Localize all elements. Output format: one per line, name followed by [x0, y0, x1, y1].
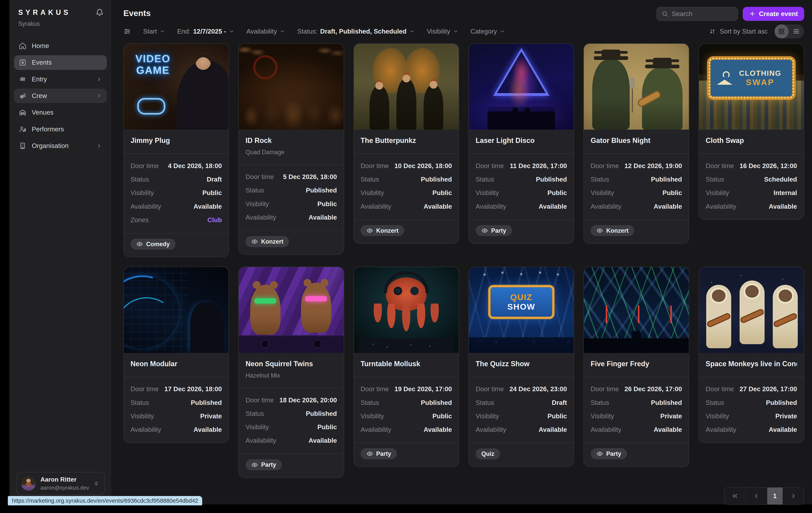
event-card[interactable]: ID Rock Quad Damage Door time5 Dec 2026,… [238, 43, 344, 255]
field-label: Status [591, 399, 609, 406]
event-details: Door time4 Dec 2026, 18:00StatusDraftVis… [124, 153, 229, 233]
event-title: ID Rock [245, 137, 337, 145]
category-tag[interactable]: Konzert [360, 225, 404, 236]
sidebar-item-label: Venues [32, 109, 102, 116]
sidebar-item-home[interactable]: Home [14, 39, 107, 53]
event-card[interactable]: Space Monkeys live in Conc... Door time2… [699, 267, 804, 443]
eye-icon [136, 241, 143, 248]
field-value: Public [663, 189, 682, 197]
event-details: Door time10 Dec 2026, 18:00StatusPublish… [354, 153, 459, 220]
event-tags: Party [239, 454, 344, 478]
event-card[interactable]: CLOTHINGSWAP Cloth Swap Door time16 Dec … [699, 43, 804, 220]
field-value: Available [194, 203, 222, 210]
event-field-row: Door time12 Dec 2026, 19:00 [591, 159, 682, 173]
field-value: 5 Dec 2026, 18:00 [283, 173, 337, 180]
event-card[interactable]: VIDEOGAME Jimmy Plug Door time4 Dec 2026… [123, 43, 229, 257]
field-label: Door time [476, 162, 504, 170]
sort-label: Sort by Start asc [720, 28, 768, 35]
event-card[interactable]: Laser Light Disco Door time11 Dec 2026, … [468, 43, 574, 244]
category-tag-label: Party [606, 450, 621, 457]
filter-status-label: Status: [297, 28, 318, 35]
filter-visibility[interactable]: Visibility [427, 28, 459, 35]
event-field-row: AvailabilityAvailable [591, 200, 682, 213]
event-card[interactable]: The Butterpunkz Door time10 Dec 2026, 18… [353, 43, 459, 244]
sidebar-item-venues[interactable]: Venues [14, 105, 107, 120]
avatar [21, 476, 36, 491]
filter-category[interactable]: Category [470, 28, 505, 35]
event-card[interactable]: Neon Squirrel Twins Hazelnut Mix Door ti… [238, 267, 344, 478]
category-tag[interactable]: Konzert [245, 236, 289, 247]
sidebar-item-performers[interactable]: Performers [14, 122, 107, 137]
chevron-right-icon [790, 492, 797, 500]
user-meta: Aaron Ritter aaron@syrakus.dev [40, 476, 88, 491]
field-value: Available [424, 426, 452, 433]
page-prev-button[interactable] [746, 488, 767, 504]
category-tag[interactable]: Konzert [591, 225, 634, 236]
event-field-row: VisibilityPrivate [706, 409, 797, 423]
chevron-right-icon [96, 143, 102, 149]
user-menu[interactable]: Aaron Ritter aaron@syrakus.dev [16, 472, 105, 495]
event-field-row: StatusPublished [591, 396, 682, 409]
field-label: Door time [130, 385, 159, 393]
field-value: Published [191, 399, 222, 406]
sidebar-item-organisation[interactable]: Organisation [14, 139, 107, 153]
eye-icon [251, 238, 258, 245]
event-details: Door time19 Dec 2026, 17:00StatusPublish… [354, 377, 459, 443]
filter-sliders-icon[interactable] [123, 28, 131, 35]
field-label: Visibility [360, 189, 384, 197]
event-title: The Quizz Show [476, 360, 567, 368]
field-label: Visibility [360, 412, 384, 420]
category-tag[interactable]: Party [245, 459, 282, 470]
category-tag-label: Konzert [376, 227, 398, 234]
event-image: QUIZSHOW [469, 267, 574, 353]
sidebar-item-events[interactable]: Events [14, 55, 107, 70]
field-value: Published [651, 399, 682, 406]
page-next-button[interactable] [783, 488, 804, 504]
event-card[interactable]: Gator Blues Night Door time12 Dec 2026, … [583, 43, 689, 244]
chevron-down-icon [280, 28, 285, 34]
event-card[interactable]: Five Finger Fredy Door time26 Dec 2026, … [583, 267, 689, 467]
filter-status[interactable]: Status: Draft, Published, Scheduled [297, 28, 415, 35]
grid-view-button[interactable] [775, 24, 789, 38]
event-subtitle: Quad Damage [245, 149, 337, 155]
create-event-button[interactable]: Create event [743, 7, 804, 21]
filter-start[interactable]: Start [143, 28, 165, 35]
field-label: Door time [591, 385, 619, 393]
event-field-row: Door time24 Dec 2026, 23:00 [476, 382, 567, 396]
event-card[interactable]: Neon Modular Door time17 Dec 2026, 18:00… [123, 267, 229, 443]
sidebar-item-crew[interactable]: Crew [14, 89, 107, 103]
event-card[interactable]: Turntable Mollusk Door time19 Dec 2026, … [353, 267, 459, 467]
search-input[interactable] [672, 10, 733, 18]
category-tag[interactable]: Party [591, 448, 627, 459]
field-value: Private [660, 412, 682, 420]
field-label: Door time [706, 162, 734, 170]
field-value[interactable]: Club [207, 216, 222, 224]
pagination-row: 1 [123, 487, 804, 505]
field-label: Availability [245, 214, 276, 221]
field-value: Available [539, 203, 567, 210]
notifications-bell-icon[interactable] [95, 8, 104, 17]
filter-end[interactable]: End: 12/7/2025 - [177, 28, 234, 35]
search-box[interactable] [657, 7, 738, 21]
event-field-row: StatusPublished [245, 407, 337, 420]
page-current[interactable]: 1 [767, 488, 783, 504]
field-value: 27 Dec 2026, 17:00 [740, 385, 797, 393]
event-image: CLOTHINGSWAP [699, 44, 804, 130]
page-first-button[interactable] [724, 488, 746, 504]
field-label: Visibility [591, 412, 614, 420]
category-tag[interactable]: Party [360, 448, 397, 459]
category-tag[interactable]: Quiz [476, 448, 500, 459]
create-event-label: Create event [759, 10, 798, 18]
category-tag[interactable]: Party [476, 225, 512, 236]
event-tags: Party [354, 443, 459, 466]
sidebar-item-entry[interactable]: Entry [14, 72, 107, 86]
event-card[interactable]: QUIZSHOW The Quizz Show Door time24 Dec … [468, 267, 574, 467]
list-view-button[interactable] [789, 24, 804, 38]
eye-icon [366, 227, 373, 234]
field-value: Public [317, 200, 337, 208]
sort-button[interactable]: Sort by Start asc [709, 28, 768, 35]
filter-availability[interactable]: Availability [246, 28, 285, 35]
category-tag[interactable]: Comedy [130, 238, 175, 250]
event-field-row: VisibilityPrivate [130, 409, 222, 423]
field-label: Door time [245, 173, 274, 180]
